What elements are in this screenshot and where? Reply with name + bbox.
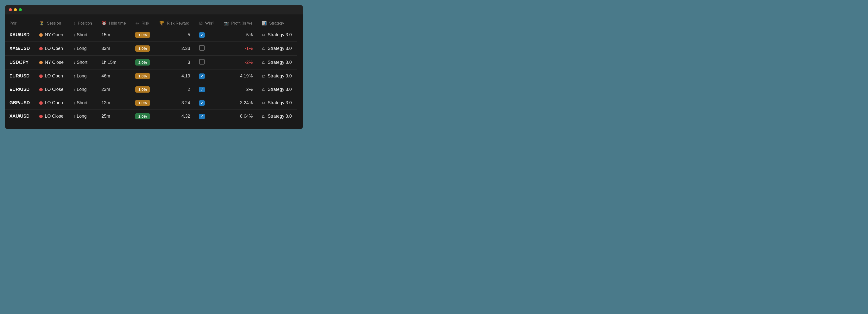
riskreward-cell: 4.32 (155, 110, 194, 123)
risk-badge: 1.0% (135, 86, 150, 93)
strategy-cell: 🗂Strategy 3.0 (257, 83, 297, 96)
position-arrow-icon: ↓ (73, 101, 75, 105)
risk-badge: 1.0% (135, 45, 150, 52)
col-header-win[interactable]: ☑ Win? (195, 19, 219, 28)
session-label: NY Open (45, 32, 63, 37)
strategy-cell: 🗂Strategy 3.0 (257, 28, 297, 42)
col-header-position[interactable]: ↕ Position (69, 19, 97, 28)
strategy-cell: 🗂Strategy 3.0 (257, 96, 297, 110)
strategy-label: Strategy 3.0 (268, 32, 292, 37)
session-cell: LO Close (35, 83, 68, 96)
strategy-cell: 🗂Strategy 3.0 (257, 42, 297, 56)
position-arrow-icon: ↑ (73, 87, 75, 92)
session-label: LO Close (45, 114, 63, 119)
win-checkbox[interactable] (199, 73, 205, 79)
profit-cell: -1% (219, 42, 257, 56)
position-icon: ↕ (73, 21, 75, 25)
close-button[interactable] (9, 8, 12, 11)
win-checkbox[interactable] (199, 100, 205, 106)
profit-cell: 3.24% (219, 96, 257, 110)
riskreward-cell: 3 (155, 56, 194, 69)
app-window: Pair ⏳ Session ↕ Position ⏰ Hold time (5, 5, 303, 129)
holdtime-cell: 25m (97, 110, 131, 123)
session-dot (39, 47, 43, 51)
session-dot (39, 101, 43, 105)
strategy-label: Strategy 3.0 (268, 100, 292, 105)
session-cell: LO Open (35, 42, 68, 56)
position-cell: ↑Long (69, 110, 97, 123)
riskreward-cell: 3.24 (155, 96, 194, 110)
win-checkbox[interactable] (199, 114, 205, 119)
strategy-label: Strategy 3.0 (268, 87, 292, 92)
session-dot (39, 33, 43, 37)
risk-badge: 2.0% (135, 59, 150, 66)
position-label: Long (77, 46, 87, 51)
title-bar (5, 5, 303, 14)
pair-cell: USD/JPY (5, 56, 35, 69)
position-arrow-icon: ↑ (73, 114, 75, 119)
session-label: LO Open (45, 100, 63, 105)
session-label: LO Close (45, 87, 63, 92)
holdtime-cell: 1h 15m (97, 56, 131, 69)
strategy-folder-icon: 🗂 (262, 87, 266, 92)
win-cell (195, 96, 219, 110)
win-cell (195, 28, 219, 42)
risk-cell: 2.0% (131, 56, 155, 69)
win-checkbox[interactable] (199, 87, 205, 92)
position-cell: ↓Short (69, 56, 97, 69)
risk-cell: 1.0% (131, 28, 155, 42)
table-row: XAU/USDNY Open↓Short15m1.0%55%🗂Strategy … (5, 28, 297, 42)
riskreward-cell: 2.38 (155, 42, 194, 56)
risk-badge: 2.0% (135, 113, 150, 119)
win-cell (195, 69, 219, 83)
profit-cell: 5% (219, 28, 257, 42)
risk-badge: 1.0% (135, 73, 150, 79)
session-cell: NY Open (35, 28, 68, 42)
strategy-label: Strategy 3.0 (268, 114, 292, 119)
risk-cell: 1.0% (131, 42, 155, 56)
risk-cell: 2.0% (131, 110, 155, 123)
win-checkbox[interactable] (199, 45, 205, 51)
col-header-profit[interactable]: 📷 Profit (in %) (219, 19, 257, 28)
session-label: LO Open (45, 46, 63, 51)
win-checkbox[interactable] (199, 32, 205, 38)
col-header-strategy[interactable]: 📊 Strategy (257, 19, 297, 28)
table-row: EUR/USDLO Close↑Long23m1.0%22%🗂Strategy … (5, 83, 297, 96)
win-header-label: Win? (205, 21, 214, 25)
col-header-riskreward[interactable]: 🏆 Risk Reward (155, 19, 194, 28)
position-header-label: Position (78, 21, 92, 25)
riskreward-cell: 5 (155, 28, 194, 42)
session-dot (39, 74, 43, 78)
session-header-label: Session (47, 21, 61, 25)
strategy-cell: 🗂Strategy 3.0 (257, 56, 297, 69)
pair-cell: EUR/USD (5, 69, 35, 83)
strategy-header-label: Strategy (269, 21, 284, 25)
pair-header-label: Pair (9, 21, 17, 25)
col-header-holdtime[interactable]: ⏰ Hold time (97, 19, 131, 28)
position-arrow-icon: ↑ (73, 46, 75, 51)
riskreward-cell: 2 (155, 83, 194, 96)
profit-cell: 8.64% (219, 110, 257, 123)
col-header-session[interactable]: ⏳ Session (35, 19, 68, 28)
profit-cell: 2% (219, 83, 257, 96)
col-header-risk[interactable]: ◎ Risk (131, 19, 155, 28)
risk-header-label: Risk (142, 21, 149, 25)
strategy-cell: 🗂Strategy 3.0 (257, 69, 297, 83)
position-cell: ↑Long (69, 69, 97, 83)
session-dot (39, 115, 43, 118)
position-label: Short (77, 60, 87, 65)
risk-icon: ◎ (135, 21, 139, 25)
holdtime-header-label: Hold time (109, 21, 126, 25)
position-arrow-icon: ↑ (73, 74, 75, 78)
minimize-button[interactable] (14, 8, 17, 11)
col-header-pair[interactable]: Pair (5, 19, 35, 28)
position-cell: ↓Short (69, 28, 97, 42)
position-arrow-icon: ↓ (73, 60, 75, 65)
win-checkbox[interactable] (199, 59, 205, 65)
table-row: GBP/USDLO Open↓Short12m1.0%3.243.24%🗂Str… (5, 96, 297, 110)
holdtime-icon: ⏰ (101, 21, 106, 25)
pair-cell: GBP/USD (5, 96, 35, 110)
table-row: USD/JPYNY Close↓Short1h 15m2.0%3-2%🗂Stra… (5, 56, 297, 69)
maximize-button[interactable] (19, 8, 22, 11)
strategy-folder-icon: 🗂 (262, 74, 266, 78)
